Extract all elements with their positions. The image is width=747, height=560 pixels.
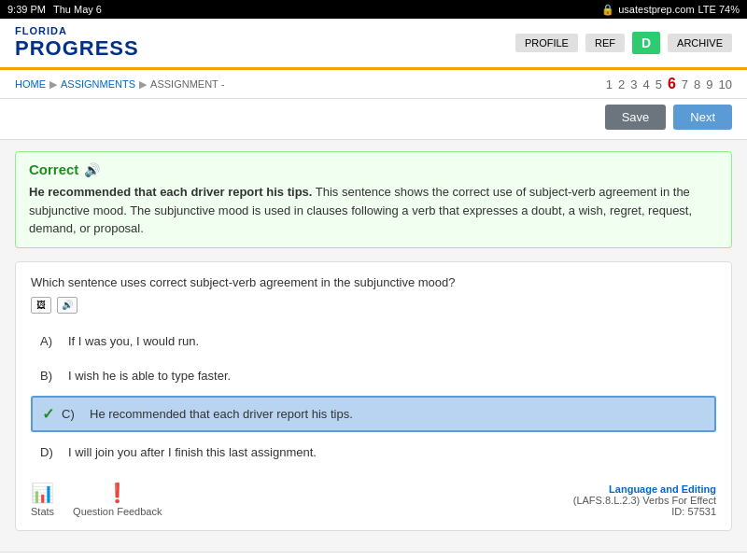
- d-button[interactable]: D: [632, 32, 660, 54]
- breadcrumb-current: ASSIGNMENT -: [150, 78, 224, 90]
- answer-letter-a: A): [40, 334, 68, 348]
- bottom-footer: USA TEST PREP FAX 1-877-816-0808 PHONE 1…: [0, 552, 747, 561]
- profile-button[interactable]: PROFILE: [515, 34, 578, 52]
- subject-link[interactable]: Language and Editing: [609, 483, 716, 495]
- question-area: Which sentence uses correct subject-verb…: [15, 261, 732, 531]
- action-row: Save Next: [0, 99, 747, 140]
- save-button[interactable]: Save: [605, 105, 667, 130]
- answer-text-a: If I was you, I would run.: [68, 334, 199, 348]
- logo-progress: PROGRESS: [15, 36, 139, 61]
- header: FLORIDA PROGRESS PROFILE REF D ARCHIVE: [0, 19, 747, 70]
- page-9[interactable]: 9: [706, 77, 712, 91]
- breadcrumb-home[interactable]: HOME: [15, 78, 46, 90]
- logo-area: FLORIDA PROGRESS: [15, 25, 139, 61]
- next-button[interactable]: Next: [673, 105, 732, 130]
- question-icons: 🖼 🔊: [31, 297, 716, 314]
- lock-icon: 🔒: [601, 4, 614, 16]
- feedback-answer: He recommended that each driver report h…: [29, 185, 312, 199]
- feedback-header: Correct 🔊: [29, 161, 718, 177]
- answer-option-c[interactable]: ✓ C) He recommended that each driver rep…: [31, 396, 716, 432]
- question-feedback-link[interactable]: ❗ Question Feedback: [73, 482, 162, 517]
- header-right: PROFILE REF D ARCHIVE: [515, 32, 732, 54]
- feedback-icon: ❗: [106, 482, 129, 504]
- page-7[interactable]: 7: [682, 77, 688, 91]
- answer-text-c: He recommended that each driver report h…: [90, 407, 353, 421]
- status-day: Thu May 6: [53, 4, 102, 15]
- logo-florida: FLORIDA: [15, 25, 139, 36]
- ref-button[interactable]: REF: [585, 34, 625, 52]
- check-icon: ✓: [42, 405, 54, 423]
- question-feedback-label: Question Feedback: [73, 506, 162, 517]
- answer-text-b: I wish he is able to type faster.: [68, 369, 231, 383]
- feedback-text: He recommended that each driver report h…: [29, 183, 718, 238]
- standard-text: (LAFS.8.L.2.3) Verbs For Effect: [573, 495, 716, 506]
- speaker-icon-feedback[interactable]: 🔊: [84, 162, 100, 177]
- footer-right: Language and Editing (LAFS.8.L.2.3) Verb…: [573, 483, 716, 517]
- page-2[interactable]: 2: [618, 77, 625, 91]
- stats-label: Stats: [31, 506, 54, 517]
- speaker-icon-question[interactable]: 🔊: [57, 297, 78, 314]
- answer-option-b[interactable]: B) I wish he is able to type faster.: [31, 361, 716, 390]
- page-3[interactable]: 3: [630, 77, 637, 91]
- page-6-active[interactable]: 6: [668, 76, 676, 92]
- page-1[interactable]: 1: [606, 77, 613, 91]
- breadcrumb-sep1: ▶: [49, 78, 57, 91]
- status-time: 9:39 PM: [7, 4, 46, 15]
- id-text: ID: 57531: [573, 506, 716, 517]
- answer-text-d: I will join you after I finish this last…: [68, 445, 317, 459]
- answer-letter-b: B): [40, 369, 68, 383]
- footer-left: 📊 Stats ❗ Question Feedback: [31, 482, 162, 517]
- archive-button[interactable]: ARCHIVE: [668, 34, 732, 52]
- question-text: Which sentence uses correct subject-verb…: [31, 275, 716, 289]
- breadcrumb-bar: HOME ▶ ASSIGNMENTS ▶ ASSIGNMENT - 1 2 3 …: [0, 70, 747, 99]
- page-8[interactable]: 8: [694, 77, 700, 91]
- stats-icon: 📊: [31, 482, 54, 504]
- breadcrumb-assignments[interactable]: ASSIGNMENTS: [61, 78, 135, 90]
- status-url: usatestprep.com: [618, 4, 694, 15]
- stats-link[interactable]: 📊 Stats: [31, 482, 54, 517]
- page-10[interactable]: 10: [719, 77, 732, 91]
- answer-option-a[interactable]: A) If I was you, I would run.: [31, 327, 716, 356]
- answer-letter-c: C): [62, 407, 90, 421]
- question-footer: 📊 Stats ❗ Question Feedback Language and…: [31, 482, 716, 517]
- answer-letter-d: D): [40, 445, 68, 459]
- page-5[interactable]: 5: [655, 77, 662, 91]
- status-signal: LTE 74%: [698, 4, 740, 15]
- feedback-box: Correct 🔊 He recommended that each drive…: [15, 151, 732, 248]
- answer-option-d[interactable]: D) I will join you after I finish this l…: [31, 438, 716, 467]
- breadcrumb-sep2: ▶: [139, 78, 147, 91]
- status-bar: 9:39 PM Thu May 6 🔒 usatestprep.com LTE …: [0, 0, 747, 19]
- pagination: 1 2 3 4 5 6 7 8 9 10: [606, 76, 732, 92]
- page-4[interactable]: 4: [642, 77, 649, 91]
- image-icon[interactable]: 🖼: [31, 297, 51, 314]
- main-content: Correct 🔊 He recommended that each drive…: [0, 140, 747, 542]
- feedback-correct-label: Correct: [29, 161, 78, 177]
- breadcrumb: HOME ▶ ASSIGNMENTS ▶ ASSIGNMENT -: [15, 78, 224, 91]
